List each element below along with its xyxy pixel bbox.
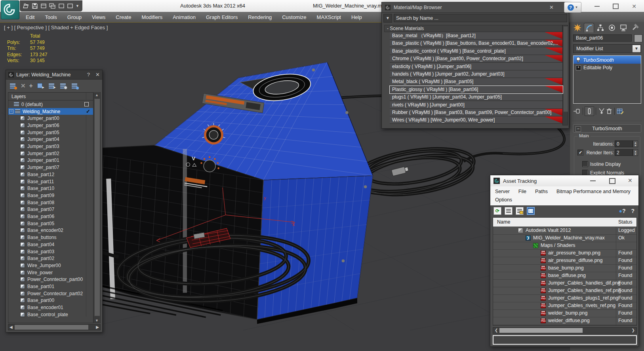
- material-item[interactable]: Base_metal （VRayMtl）[Base_part12]: [390, 32, 563, 40]
- max-logo-button[interactable]: [1, 0, 19, 19]
- layer-object-row[interactable]: Base_part01: [8, 283, 93, 290]
- configure-modifier-sets-icon[interactable]: [616, 108, 624, 115]
- create-new-layer-icon[interactable]: [9, 82, 17, 89]
- object-color-swatch[interactable]: [634, 34, 642, 42]
- asset-row[interactable]: PNGair_pressure_bump.pngFound: [493, 249, 636, 257]
- material-item[interactable]: Chrome ( VRayMtl ) [Base_part00, Power_C…: [390, 55, 563, 63]
- iterations-spinner[interactable]: ▲▼: [633, 140, 638, 147]
- layer-object-row[interactable]: Base_encoder02: [8, 227, 93, 234]
- add-to-layer-icon[interactable]: +: [29, 82, 33, 89]
- asset-row[interactable]: PNGJumper_Cables_handles_ref.pngFound: [493, 287, 636, 295]
- asset-row[interactable]: PNGair_pressure_diffuse.pngFound: [493, 257, 636, 265]
- context-help-icon[interactable]: ?: [631, 208, 634, 214]
- infocenter-help-button[interactable]: ?▼: [564, 2, 581, 13]
- material-item[interactable]: Metal_black ( VRayMtl ) [Base_part05]: [390, 78, 563, 85]
- asset-menu-file[interactable]: File: [518, 189, 526, 194]
- layer-dialog-titlebar[interactable]: Layer: Welding_Machine ? ✕: [6, 70, 102, 80]
- menu-edit[interactable]: Edit: [21, 14, 40, 20]
- layer-help-button[interactable]: ?: [87, 72, 90, 78]
- details-view-icon[interactable]: [505, 207, 513, 215]
- layer-vertical-scrollbar[interactable]: ▲ ▼: [93, 92, 100, 323]
- material-vertical-scrollbar[interactable]: [562, 25, 568, 125]
- render-iters-checkbox[interactable]: ✓: [577, 150, 583, 156]
- select-objects-in-layer-icon[interactable]: ➤: [36, 82, 44, 89]
- asset-table-header[interactable]: Name Status: [493, 218, 636, 227]
- material-item[interactable]: plugs1 ( VRayMtl ) [Jumper_part04, Jumpe…: [390, 93, 563, 101]
- menu-group[interactable]: Group: [62, 14, 87, 20]
- delete-layer-icon[interactable]: ✕: [21, 82, 26, 89]
- layer-object-row[interactable]: Jumper_part07: [8, 164, 93, 171]
- stack-item-turbosmooth[interactable]: TurboSmooth: [574, 56, 641, 64]
- menu-create[interactable]: Create: [111, 14, 136, 20]
- manage-scenes-icon[interactable]: [49, 3, 56, 9]
- render-iters-field[interactable]: 2: [615, 149, 633, 156]
- show-end-result-icon[interactable]: [585, 106, 594, 116]
- layer-object-row[interactable]: Power_Conntector_part00: [8, 276, 93, 283]
- layer-object-row[interactable]: Base_part05: [8, 220, 93, 227]
- asset-row[interactable]: PNGbase_bump.pngFound: [493, 264, 636, 272]
- layer-object-row[interactable]: Base_buttons: [8, 234, 93, 241]
- tab-display-icon[interactable]: [618, 23, 629, 32]
- isoline-display-checkbox[interactable]: [582, 161, 588, 167]
- layer-object-row[interactable]: Base_part09: [8, 192, 93, 199]
- asset-row[interactable]: PNGwelder_bump.pngFound: [493, 309, 636, 317]
- layer-object-row[interactable]: Jumper_part03: [8, 143, 93, 150]
- asset-menu-bitmap-performance[interactable]: Bitmap Performance and Memory: [556, 189, 631, 194]
- menu-rendering[interactable]: Rendering: [243, 14, 277, 20]
- layer-row-default[interactable]: 0 (default): [8, 101, 93, 108]
- asset-row[interactable]: ❯MIG_Welder_Machine_vray.maxOk: [493, 234, 636, 242]
- tab-hierarchy-icon[interactable]: [595, 23, 606, 32]
- refresh-icon[interactable]: ⟳: [493, 207, 501, 215]
- menu-modifiers[interactable]: Modifiers: [136, 14, 168, 20]
- modifier-list-dropdown[interactable]: Modifier List ▼: [573, 44, 641, 53]
- scene-materials-group-header[interactable]: - Scene Materials: [384, 25, 562, 32]
- tab-motion-icon[interactable]: [607, 23, 617, 32]
- menu-tools[interactable]: Tools: [40, 14, 62, 20]
- object-name-field[interactable]: Base_part06: [573, 34, 632, 42]
- asset-row[interactable]: PNGJumper_Cables_rivets_ref.pngFound: [493, 302, 636, 310]
- pin-stack-icon[interactable]: [573, 108, 581, 115]
- layer-object-row[interactable]: Jumper_part04: [8, 136, 93, 143]
- path-view-icon[interactable]: [516, 207, 524, 215]
- asset-row[interactable]: PNGJumper_Cables_handles_dif.pngFound: [493, 279, 636, 287]
- menu-graph-editors[interactable]: Graph Editors: [201, 14, 243, 20]
- material-item-selected[interactable]: Plastic_glossy ( VRayMtl ) [Base_part06]: [390, 86, 563, 93]
- layer-object-row[interactable]: Base_part08: [8, 199, 93, 206]
- window-close-button[interactable]: ✕: [627, 2, 641, 10]
- asset-row[interactable]: PNGwelder_diffuse.pngFound: [493, 317, 636, 325]
- layer-object-row[interactable]: Base_part02: [8, 255, 93, 262]
- layer-properties-icon[interactable]: [71, 82, 79, 89]
- layer-horizontal-scrollbar[interactable]: ◀ ▶: [8, 324, 101, 330]
- layer-row-active[interactable]: – Welding_Machine ✓: [8, 108, 93, 115]
- material-item[interactable]: Rubber ( VRayMtl ) [Base_part03, Base_pa…: [390, 109, 563, 116]
- make-unique-icon[interactable]: [598, 108, 606, 115]
- open-file-icon[interactable]: [23, 3, 29, 9]
- material-item[interactable]: Base_plastic_control ( VRayMtl ) [Base_c…: [390, 47, 563, 55]
- window-maximize-button[interactable]: [609, 2, 622, 10]
- menu-views[interactable]: Views: [87, 14, 111, 20]
- asset-minimize-button[interactable]: [590, 180, 596, 181]
- asset-row[interactable]: PNGbase_diffuse.pngFound: [493, 272, 636, 280]
- layer-object-row[interactable]: Base_part11: [8, 178, 93, 185]
- material-item[interactable]: rivets ( VRayMtl ) [Jumper_part00]: [390, 101, 563, 109]
- material-item[interactable]: handels ( VRayMtl ) [Jumper_part02, Jump…: [390, 70, 563, 78]
- lightbulb-icon[interactable]: [575, 57, 581, 63]
- layers-column-header[interactable]: Layers: [8, 93, 93, 101]
- layer-object-row[interactable]: Wire_power: [8, 269, 93, 276]
- material-browser-titlebar[interactable]: Material/Map Browser ✕: [382, 2, 569, 13]
- search-options-dropdown-icon[interactable]: ▼: [383, 14, 392, 23]
- layer-object-row[interactable]: Base_part10: [8, 185, 93, 192]
- menu-customize[interactable]: Customize: [277, 14, 311, 20]
- layer-object-row[interactable]: Base_part07: [8, 206, 93, 213]
- table-view-icon[interactable]: [527, 207, 535, 215]
- iterations-field[interactable]: 0: [615, 140, 633, 147]
- asset-row[interactable]: PNGJumper_Cables_plugs1_ref.pngFound: [493, 294, 636, 302]
- expand-icon[interactable]: +: [576, 65, 581, 70]
- material-item[interactable]: elasticity ( VRayMtl ) [Jumper_part06]: [390, 63, 563, 70]
- window-minimize-button[interactable]: [590, 2, 604, 10]
- tab-utilities-icon[interactable]: [630, 23, 640, 32]
- viewport-label[interactable]: [ + ] [ Perspective ] [ Shaded + Edged F…: [4, 25, 108, 30]
- layer-current-checkmark[interactable]: ✓: [86, 108, 90, 114]
- layer-object-row[interactable]: Base_part00: [8, 297, 93, 304]
- set-current-layer-icon[interactable]: ➤: [48, 82, 56, 89]
